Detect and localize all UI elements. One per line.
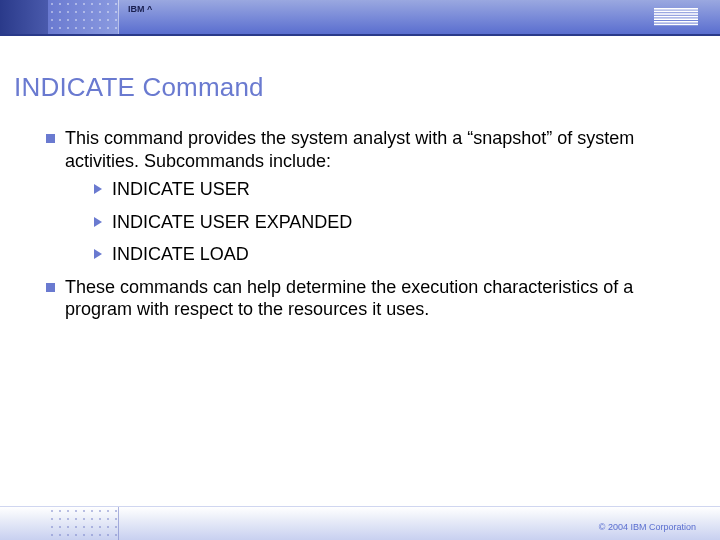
bullet-text: This command provides the system analyst…	[65, 127, 684, 172]
svg-rect-1	[654, 11, 698, 13]
bullet-item: This command provides the system analyst…	[46, 127, 684, 172]
svg-rect-0	[654, 8, 698, 10]
footer-dot-pattern	[48, 507, 118, 540]
header-brand-label: IBM ^	[128, 4, 152, 14]
bullet-item: These commands can help determine the ex…	[46, 276, 684, 321]
slide-footer: © 2004 IBM Corporation	[0, 506, 720, 540]
header-accent-block	[0, 0, 48, 36]
slide-header: IBM ^	[0, 0, 720, 36]
svg-rect-6	[654, 24, 698, 26]
copyright-text: © 2004 IBM Corporation	[599, 522, 696, 532]
slide-title: INDICATE Command	[0, 36, 720, 103]
slide-body: This command provides the system analyst…	[0, 103, 720, 321]
svg-rect-3	[654, 16, 698, 18]
triangle-bullet-icon	[94, 184, 102, 194]
sub-bullet-item: INDICATE USER EXPANDED	[94, 211, 684, 234]
svg-rect-2	[654, 13, 698, 15]
header-divider	[118, 0, 119, 36]
sub-bullet-item: INDICATE USER	[94, 178, 684, 201]
sub-bullet-text: INDICATE USER EXPANDED	[112, 211, 352, 234]
square-bullet-icon	[46, 283, 55, 292]
sub-bullet-text: INDICATE USER	[112, 178, 250, 201]
svg-rect-4	[654, 18, 698, 20]
square-bullet-icon	[46, 134, 55, 143]
triangle-bullet-icon	[94, 249, 102, 259]
sub-bullet-list: INDICATE USER INDICATE USER EXPANDED IND…	[46, 178, 684, 266]
ibm-logo-icon	[654, 8, 698, 26]
bullet-text: These commands can help determine the ex…	[65, 276, 684, 321]
svg-rect-5	[654, 21, 698, 23]
footer-divider	[118, 507, 119, 540]
triangle-bullet-icon	[94, 217, 102, 227]
header-dot-pattern	[48, 0, 118, 36]
sub-bullet-item: INDICATE LOAD	[94, 243, 684, 266]
sub-bullet-text: INDICATE LOAD	[112, 243, 249, 266]
